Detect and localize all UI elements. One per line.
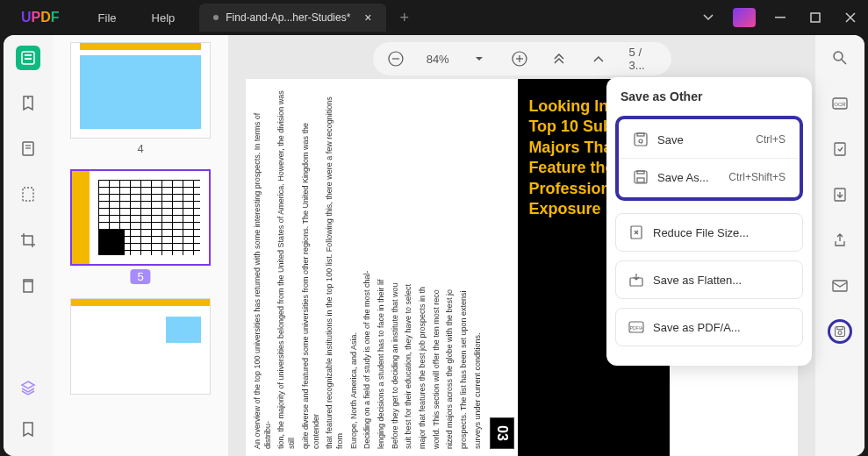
paragraph-line: prospects. The list has been set upon ex… [459,86,470,449]
paragraph-line: An overview of the top 100 universities … [253,86,273,449]
thumbnail-number: 4 [60,142,221,155]
panel-title: Save as Other [606,77,812,116]
svg-text:OCR: OCR [834,102,846,107]
paragraph-line: world. This section will offer the ten m… [432,86,442,449]
svg-line-16 [842,60,846,64]
save-button[interactable]: Save Ctrl+S [621,121,798,159]
attachments-icon[interactable] [16,182,40,207]
menu-help[interactable]: Help [134,11,193,25]
save-pdfa-button[interactable]: PDF/A Save as PDF/A... [615,308,803,346]
paragraph-line: Before they get to deciding an institute… [391,86,401,449]
zoom-level: 84% [427,53,449,66]
email-icon[interactable] [828,274,852,298]
dropdown-icon[interactable] [691,0,726,35]
svg-rect-4 [25,58,32,60]
svg-rect-0 [775,17,786,18]
page-number-badge: 03 [490,417,514,449]
layers-icon[interactable] [16,375,40,400]
document-tab[interactable]: Find-and-Ap...her-Studies* × [199,4,385,32]
annotations-icon[interactable] [16,137,40,161]
close-button[interactable] [833,0,868,35]
right-toolbar: OCR [815,35,864,456]
save-as-other-icon[interactable] [828,319,852,344]
paragraph-line: major that features the best job prospec… [418,86,428,449]
reduce-file-size-button[interactable]: Reduce File Size... [615,213,803,252]
ai-badge-icon[interactable] [733,8,756,27]
save-label: Save [657,133,747,146]
zoom-out-button[interactable] [386,48,405,69]
save-icon [633,132,649,147]
ocr-icon[interactable]: OCR [828,91,852,116]
svg-rect-24 [837,327,843,330]
paragraph-line: that featured recognizable institutions … [325,86,345,449]
zoom-toolbar: 84% 5 / 3... [372,42,671,75]
save-as-button[interactable]: Save As... Ctrl+Shift+S [621,159,798,196]
paragraph-line: lenging decisions a student has to face … [377,86,387,449]
left-toolbar [4,35,53,456]
convert-icon[interactable] [828,137,852,161]
paragraph-line: suit best for their education, they have… [404,86,414,449]
save-as-other-panel: Save as Other Save Ctrl+S Save As... Ctr… [606,77,812,366]
svg-text:PDF/A: PDF/A [630,325,643,331]
tab-title: Find-and-Ap...her-Studies* [226,11,350,24]
flatten-icon [628,272,644,288]
share-icon[interactable] [828,228,852,253]
save-flatten-button[interactable]: Save as Flatten... [615,260,803,299]
svg-point-23 [838,331,842,335]
save-as-shortcut: Ctrl+Shift+S [728,171,786,183]
titlebar: UPDF File Help Find-and-Ap...her-Studies… [0,0,868,35]
bookmark-tool-icon[interactable] [16,91,40,116]
pdfa-label: Save as PDF/A... [653,321,790,334]
thumbnail-page-5[interactable]: 5 [60,169,221,284]
svg-point-26 [639,139,642,143]
app-logo: UPDF [0,10,81,25]
svg-rect-8 [23,188,33,201]
paragraph-line: Europe, North America, and Asia. [349,86,360,449]
svg-rect-21 [833,281,847,291]
svg-rect-28 [635,171,647,183]
search-icon[interactable] [828,46,852,70]
maximize-button[interactable] [798,0,833,35]
svg-rect-9 [24,281,32,292]
save-shortcut: Ctrl+S [756,133,786,146]
thumbnail-page-6[interactable] [60,298,221,395]
save-as-label: Save As... [657,171,720,184]
crop-icon[interactable] [16,228,40,253]
paragraph-line: quite diverse and featured some universi… [301,86,321,449]
workspace: 4 5 84% [4,35,864,456]
paragraph-line: Deciding on a field of study is one of t… [362,86,373,449]
thumbnail-page-4[interactable]: 4 [60,42,221,155]
reduce-icon [628,224,644,240]
tab-close-icon[interactable]: × [364,11,371,25]
paragraph-line: surveys under current conditions. [473,86,484,449]
thumbnails-icon[interactable] [16,46,40,70]
svg-rect-30 [637,171,644,174]
zoom-dropdown-icon[interactable] [470,48,489,69]
thumbnail-number-current: 5 [130,269,150,284]
bookmark-icon[interactable] [16,417,40,442]
paragraph-line: tion, the majority of universities belon… [276,86,297,449]
svg-rect-27 [637,133,644,136]
reduce-label: Reduce File Size... [653,226,790,239]
paragraph-line: nized majors across the globe with the b… [445,86,456,449]
svg-rect-19 [835,143,845,155]
export-icon[interactable] [828,182,852,207]
pages-icon[interactable] [16,274,40,298]
svg-rect-29 [637,178,644,182]
prev-page-button[interactable] [589,48,607,69]
new-tab-button[interactable]: + [386,9,424,27]
minimize-button[interactable] [763,0,798,35]
flatten-label: Save as Flatten... [653,274,790,287]
svg-rect-3 [25,54,32,56]
save-highlight-group: Save Ctrl+S Save As... Ctrl+Shift+S [615,116,803,201]
thumbnail-panel: 4 5 [53,35,228,456]
pdfa-icon: PDF/A [628,319,644,335]
tab-modified-indicator [213,15,219,20]
zoom-in-button[interactable] [510,48,528,69]
svg-rect-1 [811,13,820,22]
menu-file[interactable]: File [81,11,134,25]
save-as-icon [633,169,649,185]
first-page-button[interactable] [549,48,568,69]
svg-point-15 [834,52,843,61]
page-indicator: 5 / 3... [629,46,657,72]
